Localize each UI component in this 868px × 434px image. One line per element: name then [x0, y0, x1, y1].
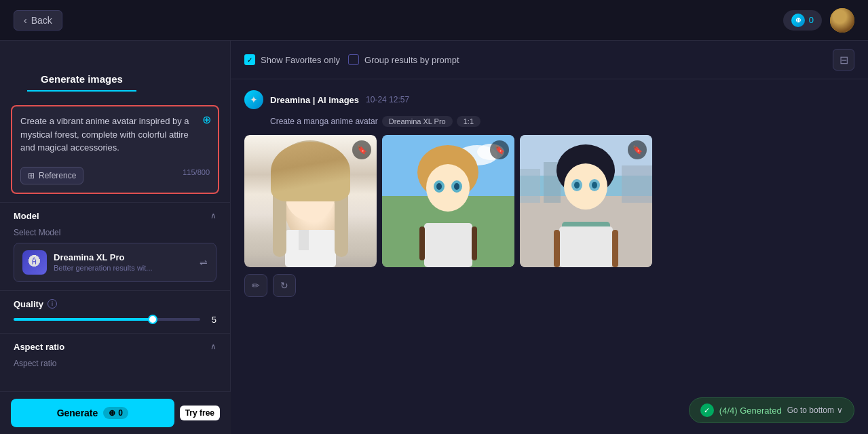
- status-bar: ✓ (4/4) Generated Go to bottom ∨: [689, 397, 854, 423]
- reference-label: Reference: [39, 171, 76, 180]
- try-free-badge[interactable]: Try free: [180, 406, 220, 420]
- entry-header: ✦ Dreamina | AI images 10-24 12:57: [244, 90, 854, 109]
- image-card-2: 🔖: [382, 135, 514, 267]
- svg-rect-38: [554, 230, 560, 267]
- model-info: Dreamina XL Pro Better generation result…: [54, 252, 193, 272]
- svg-point-16: [426, 164, 470, 212]
- back-button[interactable]: ‹ Back: [14, 10, 62, 31]
- sidebar-title: Generate images: [27, 62, 136, 92]
- refresh-action-button[interactable]: ↻: [273, 274, 296, 297]
- svg-rect-23: [472, 226, 477, 260]
- quality-slider-container: [14, 318, 200, 321]
- images-grid: 🔖: [244, 135, 854, 267]
- bookmark-btn-2[interactable]: 🔖: [490, 140, 509, 159]
- svg-rect-21: [424, 223, 472, 267]
- quality-slider-thumb[interactable]: [148, 315, 157, 324]
- model-section-title: Model: [14, 211, 39, 221]
- show-favorites-checkbox[interactable]: ✓: [244, 54, 255, 65]
- right-toolbar: ✓ Show Favorites only Group results by p…: [231, 41, 868, 79]
- svg-rect-27: [520, 169, 540, 203]
- model-section: Model ∧ Select Model 🅐 Dreamina XL Pro B…: [0, 202, 230, 290]
- model-chevron-icon[interactable]: ∧: [210, 211, 216, 220]
- generate-bar: Generate ⊕ 0 Try free: [0, 391, 231, 434]
- bookmark-icon-3: 🔖: [633, 145, 643, 155]
- sidebar-wrapper: Generate images Create a vibrant anime a…: [0, 41, 231, 434]
- svg-point-35: [592, 182, 597, 189]
- entry-source-name: Dreamina | AI images: [270, 95, 359, 105]
- generate-button[interactable]: Generate ⊕ 0: [11, 399, 174, 427]
- reference-icon: ⊞: [28, 171, 35, 180]
- image-card-1: 🔖: [244, 135, 377, 267]
- generation-entry: ✦ Dreamina | AI images 10-24 12:57 Creat…: [244, 90, 854, 297]
- status-check-icon: ✓: [700, 403, 714, 417]
- entry-avatar: ✦: [244, 90, 263, 109]
- bookmark-btn-1[interactable]: 🔖: [352, 140, 371, 159]
- quality-value: 5: [206, 315, 216, 325]
- quality-section: Quality i 5: [0, 290, 230, 333]
- entry-timestamp: 10-24 12:57: [366, 95, 409, 104]
- aspect-ratio-section: Aspect ratio ∧ Aspect ratio: [0, 333, 230, 382]
- show-favorites-toggle[interactable]: ✓ Show Favorites only: [244, 54, 340, 65]
- quality-row: 5: [14, 315, 216, 325]
- edit-action-button[interactable]: ✏: [244, 274, 267, 297]
- coin-count: 0: [118, 408, 123, 418]
- prompt-info-icon: ⊕: [202, 113, 211, 126]
- main-layout: Generate images Create a vibrant anime a…: [0, 41, 868, 434]
- svg-rect-9: [273, 189, 286, 257]
- quality-info-icon[interactable]: i: [48, 299, 57, 309]
- image-card-3: 🔖: [520, 135, 652, 267]
- go-bottom-chevron-icon: ∨: [837, 406, 843, 415]
- go-to-bottom-button[interactable]: Go to bottom ∨: [787, 406, 843, 415]
- avatar[interactable]: [830, 8, 854, 33]
- quality-title: Quality: [14, 299, 43, 309]
- model-card[interactable]: 🅐 Dreamina XL Pro Better generation resu…: [14, 243, 216, 282]
- svg-point-31: [564, 163, 607, 210]
- svg-rect-8: [299, 230, 309, 250]
- show-favorites-label: Show Favorites only: [261, 55, 340, 65]
- topbar: ‹ Back ⊕ 0: [0, 0, 868, 41]
- content-area: ✦ Dreamina | AI images 10-24 12:57 Creat…: [231, 79, 868, 434]
- svg-point-34: [574, 182, 580, 189]
- reference-button[interactable]: ⊞ Reference: [20, 167, 83, 184]
- model-select-label: Select Model: [14, 228, 216, 237]
- go-bottom-label: Go to bottom: [787, 406, 834, 415]
- topbar-right: ⊕ 0: [783, 8, 854, 33]
- avatar-image: [830, 8, 854, 33]
- model-settings-icon[interactable]: ⇌: [200, 257, 208, 268]
- prompt-text: Create a vibrant anime avatar inspired b…: [20, 115, 210, 155]
- quality-slider-fill: [14, 318, 153, 321]
- group-results-checkbox[interactable]: [348, 54, 359, 65]
- entry-ratio-tag: 1:1: [457, 116, 480, 127]
- sidebar-title-wrap: Generate images: [0, 41, 230, 97]
- prompt-box[interactable]: Create a vibrant anime avatar inspired b…: [11, 105, 219, 194]
- refresh-icon: ↻: [280, 280, 288, 291]
- svg-rect-22: [419, 226, 425, 260]
- entry-actions: ✏ ↻: [244, 274, 854, 297]
- generate-label: Generate: [57, 408, 98, 418]
- back-arrow-icon: ‹: [24, 15, 27, 26]
- aspect-ratio-header: Aspect ratio ∧: [14, 342, 216, 352]
- back-label: Back: [31, 15, 52, 26]
- folder-icon[interactable]: ⊟: [833, 49, 854, 71]
- svg-point-20: [454, 183, 459, 190]
- svg-point-4: [314, 184, 326, 197]
- char-count: 115/800: [183, 168, 210, 176]
- model-desc: Better generation results wit...: [54, 264, 193, 272]
- group-results-toggle[interactable]: Group results by prompt: [348, 54, 459, 65]
- model-section-header: Model ∧: [14, 211, 216, 221]
- svg-rect-10: [335, 189, 348, 257]
- svg-point-1: [284, 164, 336, 221]
- entry-tags: Create a manga anime avatar Dreamina XL …: [244, 116, 854, 127]
- svg-rect-39: [612, 230, 618, 267]
- svg-rect-29: [622, 165, 652, 203]
- quality-slider-track: [14, 318, 200, 321]
- bookmark-btn-3[interactable]: 🔖: [628, 140, 647, 159]
- right-panel: ✓ Show Favorites only Group results by p…: [231, 41, 868, 434]
- edit-icon: ✏: [252, 280, 260, 291]
- bookmark-icon-2: 🔖: [495, 145, 505, 155]
- model-icon: 🅐: [22, 250, 47, 275]
- aspect-ratio-chevron-icon[interactable]: ∧: [210, 342, 216, 351]
- model-name: Dreamina XL Pro: [54, 252, 193, 262]
- credits-icon: ⊕: [791, 14, 805, 27]
- svg-point-5: [297, 186, 303, 195]
